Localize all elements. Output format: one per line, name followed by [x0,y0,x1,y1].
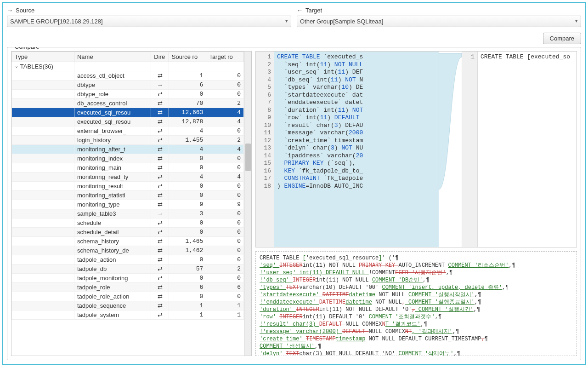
target-section: ← Target Other Group[Sample SQLiteaa] [297,7,581,27]
table-row[interactable]: executed_sql_resou⇄12,6634 [12,108,244,117]
table-row[interactable]: monitoring_main⇄00 [12,163,244,172]
table-row[interactable]: db_access_control⇄702 [12,99,244,108]
connection-row: → Source SAMPLE GROUP[192.168.29.128] ← … [7,7,581,27]
table-row[interactable]: tadpole_sequence⇄11 [12,301,244,310]
col-header-source-rows[interactable]: Source ro [169,52,206,62]
table-row[interactable]: tadpole_monitoring⇄00 [12,274,244,283]
table-row[interactable]: monitoring_statisti⇄00 [12,191,244,200]
table-row[interactable]: tadpole_action⇄00 [12,255,244,264]
object-table: Type Name Dire Source ro Target ro ▿TABL… [11,52,244,320]
table-row[interactable]: monitoring_after_t⇄44 [12,145,244,154]
table-row[interactable]: dbtype→60 [12,80,244,90]
arrow-left-icon: ← [297,7,303,14]
table-row[interactable]: dbtype_role⇄00 [12,90,244,99]
table-row[interactable]: monitoring_index⇄00 [12,154,244,163]
right-sql-editor[interactable]: CREATE TABLE [executed_so [478,52,577,247]
compare-panel: Compare Type Name Dire Source ro Target … [7,47,581,360]
table-scrollbar[interactable] [244,52,251,356]
tree-root-row[interactable]: ▿TABLES(36) [12,62,244,71]
arrow-right-icon: → [7,7,13,14]
table-row[interactable]: schema_history_de⇄1,4620 [12,246,244,255]
table-row[interactable]: tadpole_role_action⇄00 [12,292,244,301]
table-row[interactable]: schedule_detail⇄00 [12,228,244,237]
merged-diff-view[interactable]: CREATE TABLE ['executed_sql_resource]' (… [255,251,577,356]
left-sql-editor[interactable]: CREATE TABLE `executed_s `seq` int(11) N… [274,52,439,247]
table-row[interactable]: monitoring_result⇄00 [12,182,244,191]
table-row[interactable]: tadpole_system⇄11 [12,310,244,320]
table-row[interactable]: tadpole_db⇄572 [12,264,244,274]
source-label: Source [16,7,34,14]
table-row[interactable]: access_ctl_object⇄10 [12,71,244,80]
table-row[interactable]: login_history⇄1,4552 [12,136,244,145]
table-row[interactable]: schedule⇄00 [12,218,244,228]
table-row[interactable]: external_browser_⇄40 [12,126,244,136]
compare-panel-title: Compare [13,47,41,50]
compare-button[interactable]: Compare [543,33,581,44]
diff-panel: 123456789101112131415161718 CREATE TABLE… [255,51,577,356]
col-header-target-rows[interactable]: Target ro [206,52,244,62]
table-row[interactable]: schema_history⇄1,4650 [12,237,244,246]
table-row[interactable]: executed_sql_resou⇄12,8784 [12,117,244,126]
object-table-panel: Type Name Dire Source ro Target ro ▿TABL… [11,51,252,356]
target-dropdown[interactable]: Other Group[Sample SQLiteaa] [297,16,581,27]
sql-side-by-side: 123456789101112131415161718 CREATE TABLE… [255,51,577,247]
right-gutter: 1 [462,52,478,247]
table-row[interactable]: tadpole_role⇄66 [12,283,244,292]
table-row[interactable]: sample_table3→30 [12,209,244,218]
source-dropdown[interactable]: SAMPLE GROUP[192.168.29.128] [7,16,291,27]
table-row[interactable]: monitoring_read_ty⇄44 [12,172,244,182]
scrollbar-thumb[interactable] [245,144,251,171]
col-header-name[interactable]: Name [74,52,151,62]
target-label: Target [305,7,322,14]
col-header-direction[interactable]: Dire [151,52,169,62]
source-section: → Source SAMPLE GROUP[192.168.29.128] [7,7,291,27]
col-header-type[interactable]: Type [12,52,74,62]
diff-connector: → ← [439,52,462,247]
app-root: → Source SAMPLE GROUP[192.168.29.128] ← … [2,2,586,365]
table-row[interactable]: monitoring_type⇄99 [12,200,244,209]
left-gutter: 123456789101112131415161718 [256,52,274,247]
